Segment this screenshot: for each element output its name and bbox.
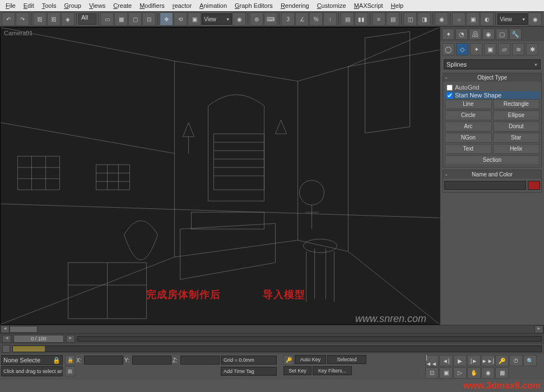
text-button[interactable]: Text [445,144,492,154]
geometry-cat[interactable]: ◯ [442,43,454,55]
object-name-input[interactable] [444,181,526,190]
viewport[interactable]: Camera01 [0,27,440,325]
rectangle-button[interactable]: Rectangle [493,99,540,109]
menu-file[interactable]: File [2,1,19,10]
redo-button[interactable]: ↷ [16,12,29,26]
set-key-large-button[interactable]: 🔑 [283,355,294,365]
menu-edit[interactable]: Edit [20,1,38,10]
manipulate-button[interactable]: ⊚ [250,12,263,26]
menu-grapheditors[interactable]: Graph Editors [231,1,276,10]
spinner-snap-button[interactable]: ↕ [323,12,337,26]
scroll-right-button[interactable]: ► [534,325,543,333]
spacewarps-cat[interactable]: ≋ [512,43,524,55]
mirror-button[interactable]: ▮▮ [355,12,368,26]
schematic-button[interactable]: ◨ [417,12,431,26]
render-setup-button[interactable]: ☼ [452,12,466,26]
bind-button[interactable]: ◈ [61,12,75,26]
line-button[interactable]: Line [445,99,492,109]
helix-button[interactable]: Helix [493,144,540,154]
startnewshape-checkbox[interactable] [447,92,453,99]
lights-cat[interactable]: ✦ [470,43,482,55]
subcategory-dropdown[interactable]: Splines [444,59,541,69]
object-type-header[interactable]: Object Type [443,73,541,82]
circle-button[interactable]: Circle [445,110,492,120]
zoom-extents-button[interactable]: ▣ [439,367,453,379]
angle-snap-button[interactable]: ∠ [295,12,309,26]
quick-render-button[interactable]: ◉ [528,12,542,26]
select-button[interactable]: ▭ [100,12,114,26]
menu-animation[interactable]: Animation [196,1,230,10]
keyfilters-button[interactable]: Key Filters... [313,366,352,375]
zoom-all-button[interactable]: ⊡ [425,367,439,379]
ngon-button[interactable]: NGon [445,133,492,143]
fov-button[interactable]: ▷ [453,367,467,379]
menu-maxscript[interactable]: MAXScript [351,1,387,10]
select-region-button[interactable]: ▢ [128,12,142,26]
time-config-button[interactable]: ⏱ [509,355,523,366]
helpers-cat[interactable]: ▱ [498,43,510,55]
startnewshape-row[interactable]: Start New Shape [445,91,540,99]
undo-button[interactable]: ↶ [2,12,15,26]
menu-tools[interactable]: Tools [39,1,60,10]
display-tab[interactable]: ▢ [496,29,508,40]
cameras-cat[interactable]: ▣ [484,43,496,55]
time-slider-track[interactable] [77,336,542,342]
menu-views[interactable]: Views [86,1,109,10]
shapes-cat[interactable]: ◇ [456,43,468,55]
autogrid-row[interactable]: AutoGrid [445,83,540,91]
select-name-button[interactable]: ▦ [114,12,128,26]
arc-rotate-button[interactable]: ◉ [481,367,495,379]
menu-group[interactable]: Group [61,1,85,10]
pan-button[interactable]: ✋ [467,367,481,379]
window-crossing-button[interactable]: ⊡ [142,12,156,26]
modify-tab[interactable]: ◔ [455,29,468,40]
goto-start-button[interactable]: |◄◄ [425,355,439,366]
goto-end-button[interactable]: ►►| [481,355,495,366]
material-editor-button[interactable]: ◉ [435,12,448,26]
next-frame-button[interactable]: |► [467,355,481,366]
rendered-frame-button[interactable]: ▣ [466,12,480,26]
ellipse-button[interactable]: Ellipse [493,110,540,120]
menu-customize[interactable]: Customize [314,1,350,10]
zoom-button[interactable]: 🔍 [523,355,537,366]
abs-rel-button[interactable]: ⊞ [65,366,75,376]
menu-modifiers[interactable]: Modifiers [136,1,168,10]
ref-coord-dropdown[interactable]: View [202,13,232,25]
z-input[interactable] [180,356,220,365]
snap-button[interactable]: 3 [281,12,295,26]
unlink-button[interactable]: ⛓ [47,12,61,26]
time-slider-handle[interactable]: 0 / 100 [13,335,64,343]
time-prev-button[interactable]: ◄ [2,335,11,343]
add-time-tag[interactable]: Add Time Tag [221,367,277,376]
maximize-button[interactable]: ▦ [495,367,509,379]
select-rotate-button[interactable]: ⟲ [174,12,187,26]
systems-cat[interactable]: ✱ [526,43,538,55]
menu-reactor[interactable]: reactor [169,1,195,10]
utilities-tab[interactable]: 🔧 [509,29,522,40]
select-move-button[interactable]: ✥ [160,12,173,26]
layers-button[interactable]: ▤ [386,12,399,26]
arc-button[interactable]: Arc [445,122,492,132]
time-next-button[interactable]: ► [66,335,75,343]
y-input[interactable] [132,356,171,365]
menu-rendering[interactable]: Rendering [277,1,313,10]
play-button[interactable]: ▶ [453,355,467,366]
viewport-scrollbar[interactable]: ◄ ► [0,325,544,334]
motion-tab[interactable]: ◉ [482,29,495,40]
render-button[interactable]: ◐ [480,12,494,26]
pivot-button[interactable]: ◉ [233,12,246,26]
view-dropdown[interactable]: View [497,13,528,25]
select-scale-button[interactable]: ▣ [188,12,201,26]
scroll-left-button[interactable]: ◄ [1,325,10,333]
align-button[interactable]: ≡ [372,12,385,26]
name-color-header[interactable]: Name and Color [443,170,541,179]
percent-snap-button[interactable]: % [309,12,323,26]
track-strip[interactable] [12,346,542,352]
lock-selection-button[interactable]: 🔒 [65,355,75,365]
setkey-button[interactable]: Set Key [283,366,311,375]
autogrid-checkbox[interactable] [447,85,453,91]
menu-create[interactable]: Create [110,1,135,10]
trackbar-toggle[interactable] [2,345,10,353]
scroll-thumb[interactable] [10,326,38,333]
selection-filter[interactable]: All [78,13,96,25]
